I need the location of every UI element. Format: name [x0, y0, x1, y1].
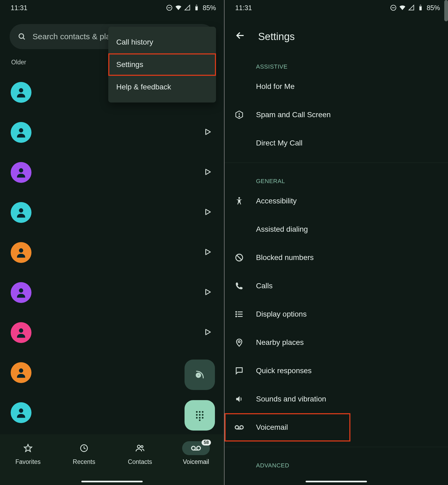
play-icon[interactable]	[204, 168, 212, 177]
signal-icon	[408, 4, 415, 11]
svg-point-22	[19, 408, 23, 413]
row-display-options[interactable]: Display options	[225, 300, 448, 328]
svg-marker-11	[206, 169, 211, 175]
row-label: Nearby places	[256, 338, 304, 347]
fab-dialpad[interactable]	[185, 400, 215, 431]
clock: 11:31	[11, 4, 27, 12]
contact-avatar[interactable]	[11, 322, 31, 343]
svg-point-51	[238, 197, 240, 199]
back-button[interactable]	[235, 30, 245, 43]
play-icon[interactable]	[204, 288, 212, 297]
nav-favorites[interactable]: Favorites	[14, 441, 42, 466]
contact-avatar[interactable]	[11, 202, 31, 223]
status-bar: 11:31 85%	[225, 0, 448, 14]
contact-avatar[interactable]	[11, 242, 31, 263]
nav-recents[interactable]: Recents	[70, 441, 98, 466]
svg-line-53	[237, 255, 242, 260]
play-icon[interactable]	[204, 128, 212, 137]
menu-settings[interactable]: Settings	[108, 53, 216, 76]
svg-point-54	[236, 311, 237, 312]
contact-avatar[interactable]	[11, 82, 31, 103]
row-nearby-places[interactable]: Nearby places	[225, 328, 448, 357]
scrollbar[interactable]	[444, 0, 448, 21]
block-icon	[234, 253, 244, 263]
svg-point-7	[19, 88, 23, 92]
row-calls[interactable]: Calls	[225, 272, 448, 300]
nav-contacts[interactable]: Contacts	[126, 441, 154, 466]
row-sounds-vibration[interactable]: Sounds and vibration	[225, 385, 448, 413]
voicemail-badge: 58	[202, 440, 211, 445]
row-label: Sounds and vibration	[256, 395, 326, 403]
row-direct-my-call[interactable]: Direct My Call	[225, 129, 448, 157]
voicemail-row[interactable]	[0, 112, 224, 152]
row-hold-for-me[interactable]: Hold for Me	[225, 72, 448, 101]
voicemail-screen: 11:31 85% Search contacts & pla Call his…	[0, 0, 224, 485]
nav-label: Favorites	[15, 458, 41, 466]
accessibility-icon	[234, 196, 244, 206]
row-label: Display options	[256, 310, 307, 318]
location-icon	[234, 337, 244, 348]
contact-avatar[interactable]	[11, 162, 31, 183]
svg-point-56	[236, 314, 237, 315]
play-icon[interactable]	[204, 208, 212, 217]
contact-avatar[interactable]	[11, 282, 31, 303]
svg-point-61	[235, 426, 239, 429]
people-icon	[135, 443, 145, 453]
row-label: Direct My Call	[256, 139, 302, 147]
svg-point-62	[240, 426, 243, 429]
row-label: Voicemail	[256, 423, 288, 432]
svg-point-20	[19, 368, 23, 373]
cat-advanced: ADVANCED	[225, 452, 448, 471]
row-assisted-dialing[interactable]: Assisted dialing	[225, 215, 448, 243]
voicemail-row[interactable]	[0, 232, 224, 273]
svg-point-27	[202, 411, 203, 413]
nav-label: Voicemail	[183, 458, 209, 466]
contact-avatar[interactable]	[11, 122, 31, 143]
row-label: Spam and Call Screen	[256, 111, 331, 119]
contact-avatar[interactable]	[11, 402, 31, 423]
voicemail-row[interactable]	[0, 192, 224, 232]
voicemail-row[interactable]	[0, 313, 224, 353]
svg-point-31	[196, 417, 198, 419]
svg-point-14	[19, 248, 23, 253]
home-indicator[interactable]	[81, 481, 143, 482]
home-indicator[interactable]	[306, 481, 367, 482]
svg-point-34	[199, 419, 201, 421]
svg-point-33	[202, 417, 203, 419]
bottom-nav: Favorites Recents Contacts 58 Voicemail	[0, 434, 224, 485]
alert-icon	[234, 110, 244, 120]
contact-avatar[interactable]	[11, 362, 31, 383]
svg-point-28	[196, 414, 198, 416]
play-icon[interactable]	[204, 328, 212, 337]
settings-screen: 11:31 85% Settings ASSISTIVE Hold for Me…	[224, 0, 448, 485]
play-icon[interactable]	[204, 248, 212, 257]
overflow-menu: Call history Settings Help & feedback	[108, 27, 216, 102]
voicemail-row[interactable]	[0, 273, 224, 313]
svg-point-39	[191, 446, 195, 450]
phone-icon	[234, 281, 244, 291]
battery-percent: 85%	[427, 4, 440, 12]
row-voicemail[interactable]: Voicemail	[225, 413, 350, 441]
row-quick-responses[interactable]: Quick responses	[225, 357, 448, 385]
menu-help-feedback[interactable]: Help & feedback	[108, 76, 216, 98]
clock-icon	[79, 444, 89, 453]
wifi-icon	[175, 4, 182, 11]
svg-point-12	[19, 208, 23, 212]
svg-marker-17	[206, 289, 211, 295]
battery-percent: 85%	[203, 4, 216, 12]
row-accessibility[interactable]: Accessibility	[225, 187, 448, 215]
menu-call-history[interactable]: Call history	[108, 31, 216, 53]
row-spam-call-screen[interactable]: Spam and Call Screen	[225, 101, 448, 129]
row-blocked-numbers[interactable]: Blocked numbers	[225, 243, 448, 272]
nav-voicemail[interactable]: 58 Voicemail	[182, 441, 210, 466]
dnd-icon	[166, 4, 173, 11]
fab-video-call[interactable]	[185, 360, 215, 390]
svg-point-10	[19, 168, 23, 172]
status-icons: 85%	[166, 4, 216, 12]
svg-marker-15	[206, 249, 211, 255]
voicemail-row[interactable]	[0, 152, 224, 192]
svg-point-60	[238, 341, 240, 343]
svg-point-16	[19, 288, 23, 293]
signal-icon	[184, 4, 191, 11]
settings-header: Settings	[225, 14, 448, 54]
